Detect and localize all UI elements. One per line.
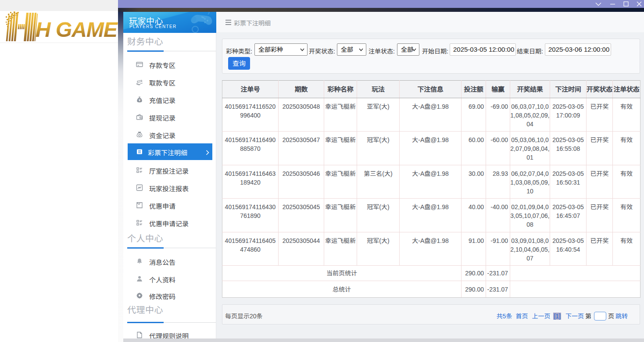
svg-text:H GAME: H GAME — [36, 18, 118, 41]
